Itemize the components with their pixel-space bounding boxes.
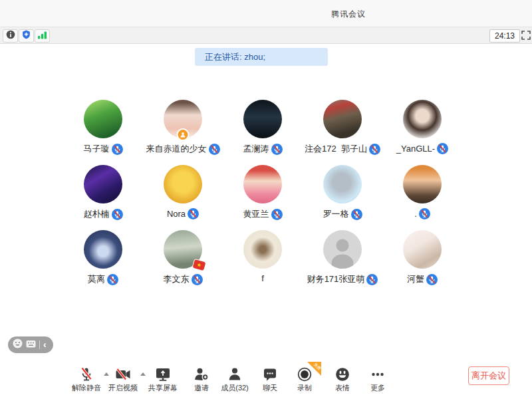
participant-name: f xyxy=(261,273,264,283)
participant-avatar xyxy=(164,100,202,138)
participant-grid: 马子璇来自赤道的少女孟澜涛注会172 郭子山_YanGLL-赵朴楠Nora黄亚兰… xyxy=(63,97,462,293)
network-quality-button[interactable] xyxy=(35,29,50,43)
participant-cell[interactable]: . xyxy=(382,162,462,227)
meeting-info-button[interactable] xyxy=(3,29,18,43)
participant-cell[interactable]: ★李文东 xyxy=(143,227,223,293)
collapse-chevron-icon[interactable]: ‹ xyxy=(43,337,47,352)
participant-cell[interactable]: 马子璇 xyxy=(63,97,143,162)
divider xyxy=(39,340,40,349)
toolbar-more-button[interactable]: 更多 xyxy=(354,366,401,393)
participant-cell[interactable]: _YanGLL- xyxy=(382,97,462,162)
participant-avatar: ★ xyxy=(164,230,202,269)
muted-mic-icon xyxy=(112,209,123,220)
muted-mic-icon xyxy=(188,208,199,219)
participant-avatar xyxy=(84,230,122,269)
unmute-icon xyxy=(78,366,95,383)
participant-nameline: 来自赤道的少女 xyxy=(146,143,220,155)
participant-cell[interactable]: 黄亚兰 xyxy=(223,162,303,227)
toolbar-label: 解除静音 xyxy=(72,383,101,393)
participant-cell[interactable]: 莫离 xyxy=(63,227,143,293)
participant-name: . xyxy=(414,209,417,219)
flag-badge-icon: ★ xyxy=(193,259,206,271)
emoji-quick-icon[interactable] xyxy=(13,338,23,351)
participant-avatar xyxy=(323,100,362,138)
participant-cell[interactable]: 河蟹 xyxy=(382,227,462,293)
participant-avatar xyxy=(403,230,442,269)
participant-nameline: 赵朴楠 xyxy=(84,208,123,220)
toolbar-label: 共享屏幕 xyxy=(148,383,178,393)
participant-avatar xyxy=(243,100,282,138)
participant-nameline: _YanGLL- xyxy=(396,143,448,154)
bottom-toolbar: 解除静音开启视频共享屏幕邀请成员(32)聊天免费录制表情更多 xyxy=(0,364,532,399)
participant-nameline: 财务171张亚萌 xyxy=(307,273,378,285)
muted-mic-icon xyxy=(209,144,220,155)
start-video-icon xyxy=(114,366,132,383)
toolbar-label: 开启视频 xyxy=(108,383,138,393)
muted-mic-icon xyxy=(366,274,378,285)
participant-nameline: 罗一格 xyxy=(323,208,362,220)
meeting-window: 腾讯会议 24:13 正在讲话: zhou; 马子璇来自赤道的少女孟澜涛注会17… xyxy=(0,0,532,399)
participant-cell[interactable]: 孟澜涛 xyxy=(223,97,303,162)
participant-avatar xyxy=(403,165,442,203)
participant-name: 注会172 郭子山 xyxy=(305,143,367,155)
participant-name: 来自赤道的少女 xyxy=(146,143,207,155)
participant-cell[interactable]: 赵朴楠 xyxy=(63,162,143,227)
shield-icon xyxy=(22,30,31,42)
participant-cell[interactable]: 来自赤道的少女 xyxy=(143,97,223,162)
quick-reaction-bar[interactable]: ‹ xyxy=(8,336,53,353)
muted-mic-icon xyxy=(112,144,123,155)
info-icon xyxy=(6,30,15,42)
speaking-text: 正在讲话: zhou; xyxy=(205,48,265,66)
fullscreen-icon[interactable] xyxy=(521,31,531,40)
participant-name: 李文东 xyxy=(164,273,190,285)
participant-name: 马子璇 xyxy=(84,143,110,155)
status-strip: 24:13 xyxy=(0,27,532,44)
speaking-banner: 正在讲话: zhou; xyxy=(195,48,328,66)
muted-mic-icon xyxy=(351,209,362,220)
participant-name: Nora xyxy=(167,209,186,219)
share-screen-icon xyxy=(154,366,172,383)
muted-mic-icon xyxy=(107,274,118,285)
muted-mic-icon xyxy=(437,143,448,154)
leave-meeting-button[interactable]: 离开会议 xyxy=(468,366,509,385)
muted-mic-icon xyxy=(369,144,380,155)
member-badge-icon xyxy=(177,128,190,141)
participant-name: 莫离 xyxy=(88,273,105,285)
members-icon xyxy=(226,366,243,383)
participant-name: _YanGLL- xyxy=(396,144,435,154)
participant-cell[interactable]: 注会172 郭子山 xyxy=(303,97,382,162)
participant-cell[interactable]: 罗一格 xyxy=(303,162,382,227)
participant-avatar xyxy=(84,100,122,138)
participant-nameline: 孟澜涛 xyxy=(243,143,283,155)
participant-avatar xyxy=(84,165,122,203)
toolbar-label: 更多 xyxy=(370,383,385,393)
keyboard-icon[interactable] xyxy=(26,339,36,351)
participant-name: 黄亚兰 xyxy=(243,208,269,220)
emoji-icon xyxy=(334,366,351,383)
muted-mic-icon xyxy=(192,274,203,285)
participant-nameline: Nora xyxy=(167,208,199,219)
security-button[interactable] xyxy=(19,29,34,43)
participant-name: 财务171张亚萌 xyxy=(307,273,365,285)
signal-bars-icon xyxy=(37,30,47,42)
participant-avatar xyxy=(243,230,282,269)
invite-icon xyxy=(193,366,210,383)
participant-nameline: f xyxy=(261,273,264,283)
participant-cell[interactable]: f xyxy=(223,227,303,293)
participant-nameline: 黄亚兰 xyxy=(243,208,283,220)
window-title: 腾讯会议 xyxy=(331,9,366,20)
toolbar-label: 表情 xyxy=(335,383,350,393)
participant-nameline: 河蟹 xyxy=(407,273,438,285)
participant-avatar xyxy=(323,165,362,203)
participant-avatar xyxy=(403,100,442,138)
toolbar-label: 成员(32) xyxy=(221,383,249,393)
more-icon xyxy=(369,366,386,383)
participant-nameline: 马子璇 xyxy=(84,143,123,155)
chat-icon xyxy=(261,366,279,383)
participant-cell[interactable]: 财务171张亚萌 xyxy=(303,227,382,293)
participant-name: 赵朴楠 xyxy=(84,208,110,220)
participant-cell[interactable]: Nora xyxy=(143,162,223,227)
toolbar-label: 聊天 xyxy=(263,383,277,393)
participant-nameline: 莫离 xyxy=(88,273,118,285)
participant-name: 孟澜涛 xyxy=(243,143,269,155)
